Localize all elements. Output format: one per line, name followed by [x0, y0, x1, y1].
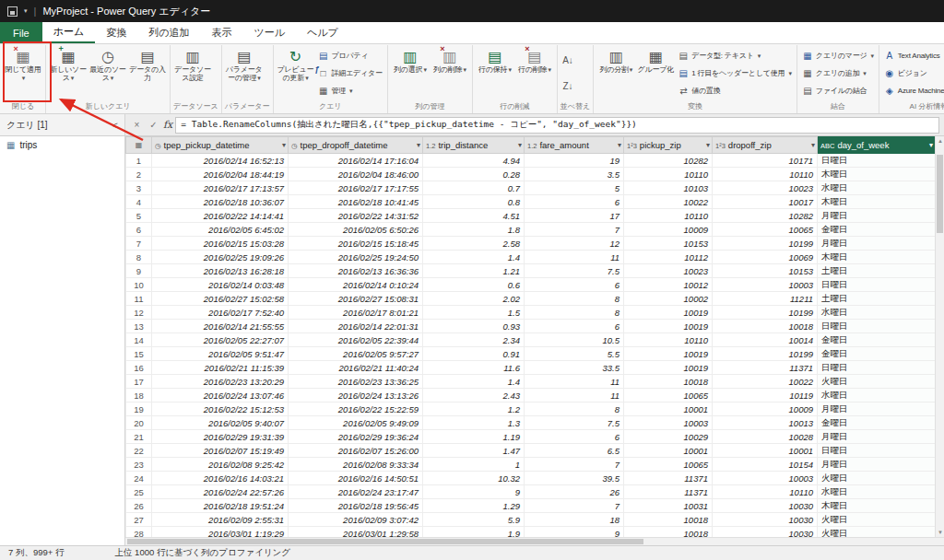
cell[interactable]: 2016/02/25 19:24:50 — [289, 251, 423, 264]
cell[interactable]: 10119 — [713, 389, 818, 402]
cell[interactable]: 10018 — [624, 375, 713, 389]
cell[interactable]: 2016/02/24 22:57:26 — [152, 485, 289, 499]
formula-input[interactable]: = Table.RenameColumns(抽出された曜日名,{{"tpep_p… — [175, 117, 939, 134]
cell[interactable]: 4.94 — [423, 154, 525, 168]
cell[interactable]: 1.29 — [423, 499, 525, 513]
cell[interactable]: 2.58 — [423, 237, 525, 251]
cell[interactable]: 26 — [525, 485, 624, 499]
cell[interactable]: 日曜日 — [818, 154, 936, 168]
cell[interactable]: 1.3 — [423, 416, 525, 430]
cell[interactable]: 5.5 — [525, 347, 624, 361]
cell[interactable]: 2016/02/18 19:56:45 — [289, 499, 423, 513]
cell[interactable]: 火曜日 — [818, 513, 936, 527]
cell[interactable]: 10199 — [713, 306, 818, 320]
remove-rows-button[interactable]: ▤×行の削除▾ — [515, 46, 554, 100]
column-header-dropoff_zip[interactable]: 1²3dropoff_zip▾ — [713, 137, 818, 154]
cell[interactable]: 10103 — [624, 181, 713, 195]
cell[interactable]: 2016/02/07 15:26:00 — [289, 444, 423, 458]
cell[interactable]: 2016/02/07 15:19:49 — [152, 444, 289, 458]
cell[interactable]: 10001 — [624, 444, 713, 458]
cell[interactable]: 2016/02/23 13:20:29 — [152, 375, 289, 389]
cell[interactable]: 金曜日 — [818, 333, 936, 347]
cell[interactable]: 2016/02/17 17:13:57 — [152, 181, 289, 195]
cell[interactable]: 10030 — [713, 513, 818, 527]
cell[interactable]: 2016/02/13 16:36:36 — [289, 264, 423, 278]
cell[interactable]: 2016/02/14 16:52:13 — [152, 154, 289, 168]
column-header-day_of_week[interactable]: ABCday_of_week▾ — [818, 137, 936, 154]
cell[interactable]: 10022 — [713, 375, 818, 389]
manage-button[interactable]: ▦管理▾ — [316, 84, 384, 99]
cell[interactable]: 10.5 — [525, 333, 624, 347]
tab-表示[interactable]: 表示 — [201, 22, 243, 43]
cell[interactable]: 水曜日 — [818, 306, 936, 320]
cell[interactable]: 10022 — [624, 195, 713, 209]
cell[interactable]: 日曜日 — [818, 444, 936, 458]
cell[interactable]: 10065 — [713, 223, 818, 237]
cell[interactable]: 10013 — [713, 416, 818, 430]
cell[interactable]: 2016/02/15 15:03:28 — [152, 237, 289, 251]
cell[interactable]: 10019 — [624, 320, 713, 333]
cell[interactable]: 2016/02/04 18:44:19 — [152, 168, 289, 181]
cell[interactable]: 木曜日 — [818, 499, 936, 513]
cell[interactable]: 5 — [525, 181, 624, 195]
cell[interactable]: 2016/02/14 21:55:55 — [152, 320, 289, 333]
cell[interactable]: 1.21 — [423, 264, 525, 278]
cell[interactable]: 8 — [525, 292, 624, 306]
tab-列の追加[interactable]: 列の追加 — [137, 22, 200, 43]
cell[interactable]: 10018 — [713, 320, 818, 333]
cell[interactable]: 火曜日 — [818, 375, 936, 389]
sort-za-button[interactable]: Z↓ — [560, 79, 575, 94]
cell[interactable]: 2016/02/14 17:16:04 — [289, 154, 423, 168]
cell[interactable]: 月曜日 — [818, 209, 936, 223]
cell[interactable]: 2016/02/14 22:01:31 — [289, 320, 423, 333]
filter-dropdown-icon[interactable]: ▾ — [706, 141, 710, 149]
cell[interactable]: 2016/02/24 13:13:26 — [289, 389, 423, 402]
cell[interactable]: 2016/02/17 8:01:21 — [289, 306, 423, 320]
cell[interactable]: 10012 — [624, 278, 713, 292]
tab-ツール[interactable]: ツール — [243, 22, 297, 43]
cell[interactable]: 2016/02/22 15:22:59 — [289, 402, 423, 416]
datasource-settings-button[interactable]: ▥データソース設定 — [173, 46, 212, 100]
filter-dropdown-icon[interactable]: ▾ — [811, 141, 815, 149]
cell[interactable]: 10153 — [713, 264, 818, 278]
cell[interactable]: 3.5 — [525, 168, 624, 181]
cell[interactable]: 2016/02/09 2:55:31 — [152, 513, 289, 527]
cell[interactable]: 月曜日 — [818, 430, 936, 444]
select-all-header[interactable]: ▦ — [126, 137, 152, 154]
cell[interactable]: 2016/03/01 1:29:58 — [289, 527, 423, 538]
cell[interactable]: 1 — [423, 458, 525, 472]
recent-sources-button[interactable]: ◷最近のソース▾ — [88, 46, 127, 100]
filter-dropdown-icon[interactable]: ▾ — [417, 141, 420, 149]
cell[interactable]: 日曜日 — [818, 320, 936, 333]
cell[interactable]: 2016/02/27 15:02:58 — [152, 292, 289, 306]
cell[interactable]: 10003 — [624, 416, 713, 430]
scroll-up-icon[interactable]: ▲ — [936, 138, 944, 144]
cell[interactable]: 2016/02/05 9:57:27 — [289, 347, 423, 361]
cell[interactable]: 2016/02/22 14:31:52 — [289, 209, 423, 223]
cell[interactable]: 7.5 — [525, 416, 624, 430]
close-apply-button[interactable]: ▦×閉じて適用▾ — [4, 46, 42, 100]
cell[interactable]: 2016/02/22 15:12:53 — [152, 402, 289, 416]
cell[interactable]: 10171 — [713, 154, 818, 168]
cell[interactable]: 10001 — [713, 444, 818, 458]
cell[interactable]: 11 — [525, 389, 624, 402]
tab-file[interactable]: File — [0, 22, 42, 43]
cell[interactable]: 金曜日 — [818, 347, 936, 361]
tab-変換[interactable]: 変換 — [95, 22, 137, 43]
cell[interactable]: 10018 — [624, 527, 713, 538]
cell[interactable]: 火曜日 — [818, 472, 936, 485]
cell[interactable]: 10009 — [713, 402, 818, 416]
cell[interactable]: 月曜日 — [818, 458, 936, 472]
column-header-fare_amount[interactable]: 1.2fare_amount▾ — [525, 137, 624, 154]
cell[interactable]: 1.47 — [423, 444, 525, 458]
column-header-tpep_pickup_datetime[interactable]: ◷tpep_pickup_datetime▾ — [152, 137, 289, 154]
filter-dropdown-icon[interactable]: ▾ — [618, 141, 621, 149]
cell[interactable]: 10019 — [624, 361, 713, 375]
cell[interactable]: 10112 — [624, 251, 713, 264]
cell[interactable]: 0.91 — [423, 347, 525, 361]
cell[interactable]: 木曜日 — [818, 251, 936, 264]
column-header-tpep_dropoff_datetime[interactable]: ◷tpep_dropoff_datetime▾ — [289, 137, 423, 154]
merge-button[interactable]: ▦クエリのマージ▾ — [800, 49, 876, 64]
cell[interactable]: 10003 — [713, 278, 818, 292]
cell[interactable]: 6.5 — [525, 444, 624, 458]
